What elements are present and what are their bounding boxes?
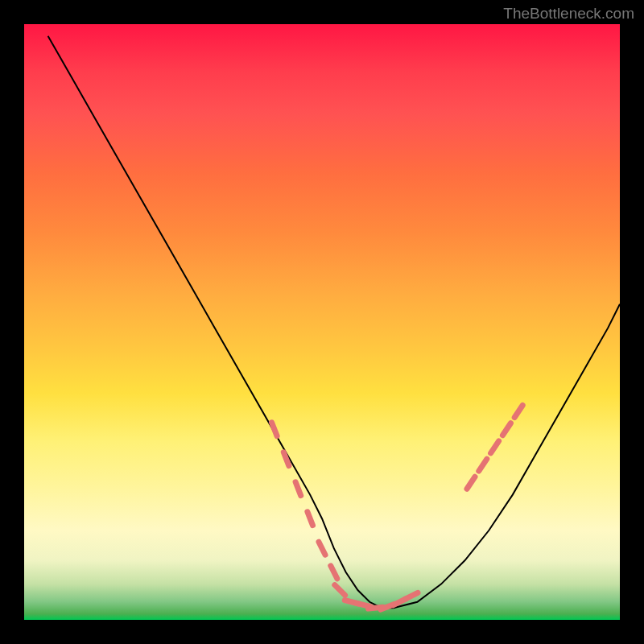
- highlight-dash: [502, 423, 510, 436]
- highlight-dash: [467, 477, 475, 489]
- highlight-dash: [405, 592, 418, 599]
- chart-container: TheBottleneck.com: [0, 0, 644, 644]
- chart-plot-area: [24, 24, 620, 620]
- watermark-text: TheBottleneck.com: [503, 5, 634, 23]
- highlight-dash: [335, 585, 345, 596]
- highlight-dash: [283, 452, 289, 466]
- highlight-dash: [308, 512, 313, 526]
- highlight-dash: [331, 566, 337, 579]
- highlight-dash: [272, 423, 278, 436]
- highlight-dash: [479, 459, 487, 471]
- highlight-dash: [319, 542, 325, 555]
- bottleneck-curve-line: [48, 36, 620, 608]
- highlight-dashes: [272, 406, 523, 610]
- highlight-dash: [514, 406, 522, 418]
- highlight-dash: [295, 482, 301, 496]
- highlight-dash: [491, 441, 499, 453]
- curve-svg: [24, 24, 620, 620]
